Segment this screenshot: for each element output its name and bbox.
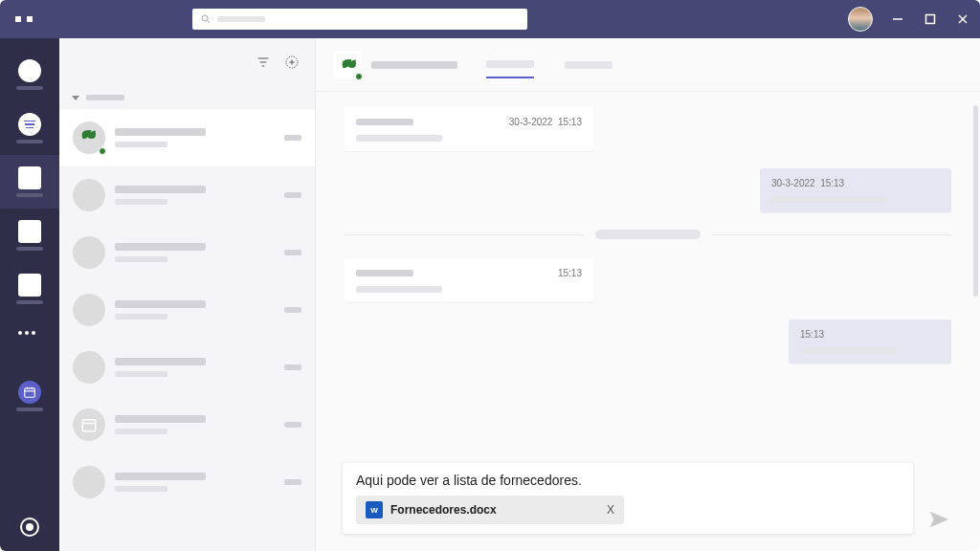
chat-list-item[interactable] bbox=[59, 339, 315, 396]
scrollbar[interactable] bbox=[973, 105, 978, 297]
chat-main-panel: 30-3-2022 15:13 30-3-2022 15:13 15:13 15… bbox=[316, 38, 980, 551]
svg-rect-6 bbox=[25, 388, 35, 397]
contact-avatar bbox=[73, 179, 105, 211]
chat-list-item[interactable] bbox=[59, 224, 315, 281]
contact-avatar bbox=[73, 236, 105, 269]
chat-list-item[interactable] bbox=[59, 281, 315, 339]
search-icon bbox=[200, 13, 212, 25]
chat-list-header bbox=[59, 38, 315, 86]
received-message[interactable]: 30-3-2022 15:13 bbox=[345, 107, 593, 151]
calls-icon bbox=[18, 274, 41, 297]
app-rail bbox=[0, 38, 59, 551]
activity-icon bbox=[18, 59, 41, 82]
tab-chat[interactable] bbox=[486, 52, 534, 78]
app-menu-button[interactable] bbox=[15, 16, 33, 22]
message-timestamp: 30-3-2022 15:13 bbox=[771, 178, 844, 188]
current-user-avatar[interactable] bbox=[848, 7, 873, 32]
attachment-filename: Fornecedores.docx bbox=[390, 503, 599, 517]
new-chat-icon[interactable] bbox=[284, 55, 300, 70]
composer-text[interactable]: Aqui pode ver a lista de fornecedores. bbox=[356, 473, 900, 488]
chat-contact-avatar[interactable] bbox=[333, 51, 362, 79]
app-calendar-icon bbox=[18, 381, 41, 404]
contact-avatar bbox=[73, 466, 105, 498]
message-list: 30-3-2022 15:13 30-3-2022 15:13 15:13 15… bbox=[316, 92, 980, 463]
app-window: 30-3-2022 15:13 30-3-2022 15:13 15:13 15… bbox=[0, 0, 980, 551]
rail-item-more[interactable] bbox=[0, 316, 59, 369]
rail-item-chat[interactable] bbox=[0, 101, 59, 155]
remove-attachment-button[interactable]: X bbox=[607, 503, 614, 517]
search-placeholder bbox=[217, 16, 265, 22]
presence-available-icon bbox=[355, 73, 363, 80]
contact-avatar bbox=[73, 408, 105, 441]
maximize-button[interactable] bbox=[923, 11, 938, 27]
message-composer[interactable]: Aqui pode ver a lista de fornecedores. W… bbox=[343, 463, 913, 534]
send-button[interactable] bbox=[924, 505, 953, 534]
rail-item-calendar[interactable] bbox=[0, 209, 59, 262]
chevron-down-icon bbox=[71, 93, 80, 102]
rail-item-apps[interactable] bbox=[0, 369, 59, 423]
chat-list-item[interactable] bbox=[59, 453, 315, 511]
chat-list-panel bbox=[59, 38, 316, 551]
svg-line-1 bbox=[208, 21, 211, 24]
chat-list-section[interactable] bbox=[59, 86, 315, 109]
contact-avatar bbox=[73, 351, 105, 384]
chat-icon bbox=[18, 113, 41, 136]
rail-item-calls[interactable] bbox=[0, 262, 59, 316]
svg-rect-17 bbox=[82, 420, 96, 431]
chat-list-item[interactable] bbox=[59, 396, 315, 453]
send-icon bbox=[928, 509, 949, 530]
message-timestamp: 15:13 bbox=[558, 268, 582, 278]
chat-list-item[interactable] bbox=[59, 166, 315, 224]
svg-rect-3 bbox=[925, 15, 934, 24]
search-input[interactable] bbox=[192, 9, 527, 30]
rail-item-activity[interactable] bbox=[0, 48, 59, 101]
word-doc-icon: W bbox=[366, 501, 383, 518]
presence-available-icon bbox=[99, 147, 106, 155]
sent-message[interactable]: 15:13 bbox=[789, 320, 951, 364]
calendar-rect-icon bbox=[18, 220, 41, 243]
message-timestamp: 30-3-2022 15:13 bbox=[509, 117, 582, 127]
contact-avatar bbox=[73, 294, 105, 326]
chat-header bbox=[316, 38, 980, 92]
contact-avatar bbox=[73, 121, 105, 154]
more-icon bbox=[18, 331, 41, 354]
rail-item-help[interactable] bbox=[0, 503, 59, 551]
svg-point-0 bbox=[202, 15, 208, 21]
title-bar bbox=[0, 0, 980, 38]
close-button[interactable] bbox=[955, 11, 970, 27]
minimize-button[interactable] bbox=[890, 11, 905, 27]
help-icon bbox=[20, 518, 39, 537]
rail-item-teams[interactable] bbox=[0, 155, 59, 209]
composer-area: Aqui pode ver a lista de fornecedores. W… bbox=[316, 463, 980, 551]
message-timestamp: 15:13 bbox=[800, 329, 824, 340]
received-message[interactable]: 15:13 bbox=[345, 258, 593, 302]
teams-icon bbox=[18, 166, 41, 189]
chat-contact-name bbox=[371, 61, 457, 69]
window-controls bbox=[848, 7, 970, 32]
sent-message[interactable]: 30-3-2022 15:13 bbox=[760, 168, 951, 212]
date-divider bbox=[345, 230, 951, 239]
svg-marker-16 bbox=[72, 96, 79, 100]
chat-list-item[interactable] bbox=[59, 109, 315, 166]
filter-icon[interactable] bbox=[256, 55, 271, 70]
tab-files[interactable] bbox=[565, 52, 612, 78]
attachment-chip[interactable]: W Fornecedores.docx X bbox=[356, 496, 624, 524]
